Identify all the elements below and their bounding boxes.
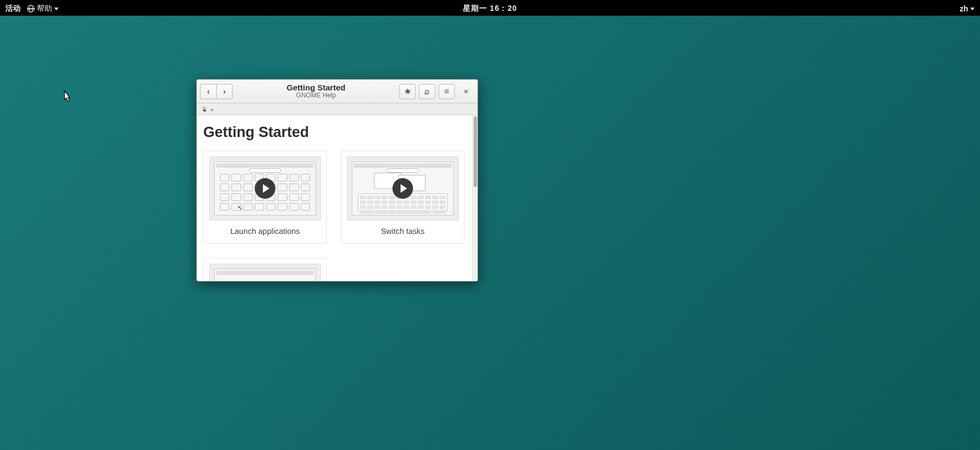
app-menu-label: 帮助 xyxy=(37,4,52,14)
window-subtitle: GNOME Help xyxy=(236,92,396,99)
card-launch-applications[interactable]: ↖ Launch applications xyxy=(203,151,327,244)
chevron-down-icon xyxy=(54,8,59,10)
chevron-down-icon xyxy=(970,8,975,10)
play-icon xyxy=(392,178,413,199)
app-menu[interactable]: 帮助 xyxy=(27,4,59,14)
page-heading: Getting Started xyxy=(203,124,466,141)
help-window: ‹ › Getting Started GNOME Help ★ ⌕ ≡ × »… xyxy=(196,79,478,282)
input-method-label: zh xyxy=(959,4,968,13)
content-area: Getting Started xyxy=(197,115,472,281)
input-method-indicator[interactable]: zh xyxy=(959,4,975,13)
card-label: Switch tasks xyxy=(347,227,459,236)
menu-button[interactable]: ≡ xyxy=(439,84,455,99)
gnome-foot-icon[interactable] xyxy=(202,106,208,112)
forward-button[interactable]: › xyxy=(216,84,233,99)
card-switch-tasks[interactable]: Switch tasks xyxy=(341,151,465,244)
card-thumbnail xyxy=(209,264,321,281)
close-button[interactable]: × xyxy=(458,84,474,99)
card-partial[interactable] xyxy=(203,258,327,281)
search-icon: ⌕ xyxy=(424,87,430,96)
app-icon xyxy=(27,5,35,12)
scrollbar-thumb[interactable] xyxy=(474,116,477,187)
card-label: Launch applications xyxy=(209,227,321,236)
breadcrumb-bar: » xyxy=(197,103,478,115)
bookmark-button[interactable]: ★ xyxy=(399,84,416,99)
chevron-right-icon: › xyxy=(223,87,226,96)
breadcrumb-separator: » xyxy=(210,106,214,113)
nav-buttons: ‹ › xyxy=(200,84,233,99)
back-button[interactable]: ‹ xyxy=(200,84,216,99)
search-button[interactable]: ⌕ xyxy=(419,84,435,99)
window-title-area: Getting Started GNOME Help xyxy=(236,83,396,100)
chevron-left-icon: ‹ xyxy=(207,87,210,96)
play-icon xyxy=(255,178,275,199)
window-title: Getting Started xyxy=(236,83,396,93)
titlebar[interactable]: ‹ › Getting Started GNOME Help ★ ⌕ ≡ × xyxy=(197,80,478,103)
mouse-cursor xyxy=(61,90,72,103)
card-thumbnail: ↖ xyxy=(209,156,321,220)
card-thumbnail xyxy=(347,156,459,220)
activities-button[interactable]: 活动 xyxy=(5,4,21,14)
hamburger-icon: ≡ xyxy=(444,87,449,96)
top-panel: 活动 帮助 星期一 16：20 zh xyxy=(0,2,980,16)
scrollbar[interactable] xyxy=(472,115,478,281)
star-icon: ★ xyxy=(404,86,411,96)
close-icon: × xyxy=(464,87,469,96)
clock[interactable]: 星期一 16：20 xyxy=(463,4,517,14)
